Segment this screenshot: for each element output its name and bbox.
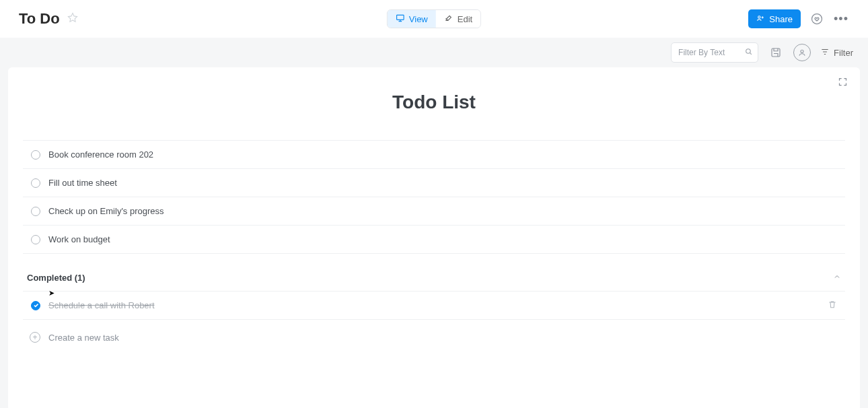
star-icon[interactable] bbox=[67, 11, 79, 26]
svg-rect-0 bbox=[397, 15, 404, 20]
trash-icon[interactable] bbox=[828, 300, 837, 311]
filter-label: Filter bbox=[834, 48, 853, 58]
task-label: Book conference room 202 bbox=[48, 149, 837, 160]
task-row[interactable]: Check up on Emily's progress bbox=[23, 197, 845, 226]
edit-mode-button[interactable]: Edit bbox=[436, 10, 480, 28]
topbar-right: Share ••• bbox=[748, 9, 849, 28]
task-label: Check up on Emily's progress bbox=[48, 206, 837, 216]
filter-text-input[interactable] bbox=[671, 42, 758, 63]
heart-icon[interactable] bbox=[809, 11, 825, 27]
completed-task-list: Schedule a call with Robert ➤ bbox=[23, 291, 845, 320]
completed-section-header[interactable]: Completed (1) bbox=[23, 254, 845, 291]
task-row[interactable]: Schedule a call with Robert bbox=[23, 292, 845, 320]
filter-icon bbox=[820, 47, 830, 59]
view-mode-button[interactable]: View bbox=[388, 10, 436, 28]
expand-icon[interactable] bbox=[838, 77, 848, 90]
svg-point-5 bbox=[801, 50, 803, 53]
save-icon[interactable] bbox=[768, 44, 784, 61]
plus-icon: + bbox=[30, 332, 40, 343]
create-task-button[interactable]: + Create a new task bbox=[23, 320, 845, 343]
task-row[interactable]: Work on budget bbox=[23, 226, 845, 254]
chevron-up-icon[interactable] bbox=[833, 273, 841, 283]
task-checkbox[interactable] bbox=[31, 207, 40, 216]
pencil-icon bbox=[444, 13, 454, 25]
completed-header-label: Completed (1) bbox=[27, 273, 85, 283]
task-label: Fill out time sheet bbox=[48, 178, 837, 188]
svg-point-1 bbox=[758, 16, 760, 18]
task-checkbox-checked[interactable] bbox=[31, 301, 40, 310]
list-title: Todo List bbox=[23, 92, 845, 113]
toolbar: Filter bbox=[0, 38, 868, 67]
share-icon bbox=[756, 13, 765, 24]
view-mode-label: View bbox=[409, 14, 428, 24]
filter-button[interactable]: Filter bbox=[820, 47, 853, 59]
more-icon[interactable]: ••• bbox=[833, 11, 849, 27]
task-label: Work on budget bbox=[48, 234, 837, 244]
page-title: To Do bbox=[19, 10, 60, 28]
svg-rect-4 bbox=[772, 48, 780, 57]
task-checkbox[interactable] bbox=[31, 178, 40, 188]
mode-switch: View Edit bbox=[387, 9, 481, 28]
task-checkbox[interactable] bbox=[31, 150, 40, 160]
share-button[interactable]: Share bbox=[748, 9, 801, 28]
share-label: Share bbox=[769, 14, 793, 24]
task-row[interactable]: Book conference room 202 bbox=[23, 141, 845, 169]
task-label: Schedule a call with Robert bbox=[48, 300, 820, 310]
task-row[interactable]: Fill out time sheet bbox=[23, 169, 845, 197]
top-bar: To Do View Edit Share ••• bbox=[0, 0, 868, 38]
task-list: Book conference room 202 Fill out time s… bbox=[23, 140, 845, 254]
create-task-label: Create a new task bbox=[48, 333, 119, 343]
main-canvas: Todo List Book conference room 202 Fill … bbox=[8, 67, 860, 408]
monitor-icon bbox=[396, 13, 405, 25]
user-avatar-icon[interactable] bbox=[793, 44, 811, 61]
task-checkbox[interactable] bbox=[31, 235, 40, 244]
search-wrapper bbox=[671, 42, 758, 63]
edit-mode-label: Edit bbox=[458, 14, 472, 24]
